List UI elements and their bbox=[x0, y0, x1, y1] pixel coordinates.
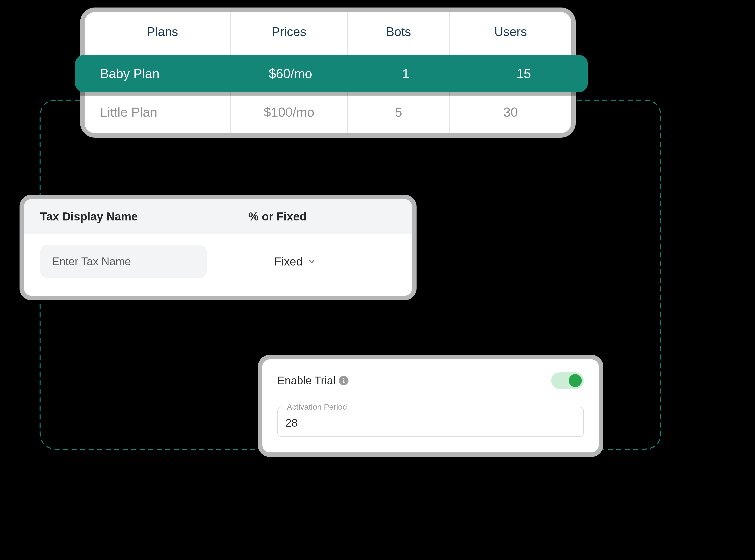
activation-period-field[interactable]: Activation Period bbox=[277, 407, 584, 437]
tax-type-select[interactable]: Fixed bbox=[274, 255, 315, 268]
tax-type-value: Fixed bbox=[274, 255, 303, 268]
plans-header-users: Users bbox=[450, 12, 571, 54]
trial-panel: Enable Trial i Activation Period bbox=[258, 355, 603, 457]
plans-row-little[interactable]: Little Plan $100/mo 5 30 bbox=[84, 91, 571, 133]
tax-name-input[interactable] bbox=[40, 245, 207, 278]
plans-row-baby-selected[interactable]: Baby Plan $60/mo 1 15 bbox=[75, 55, 588, 92]
plans-header-row: Plans Prices Bots Users bbox=[84, 12, 571, 54]
plan-bots: 1 bbox=[352, 66, 460, 81]
plan-name: Little Plan bbox=[84, 91, 231, 133]
plans-panel: Plans Prices Bots Users Little Plan $100… bbox=[80, 7, 576, 138]
plan-users: 15 bbox=[460, 66, 588, 81]
plan-price: $100/mo bbox=[231, 91, 347, 133]
chevron-down-icon bbox=[308, 258, 315, 265]
enable-trial-toggle[interactable] bbox=[551, 372, 584, 389]
tax-header-type: % or Fixed bbox=[248, 210, 412, 223]
tax-panel: Tax Display Name % or Fixed Fixed bbox=[20, 195, 417, 300]
activation-period-input[interactable] bbox=[285, 416, 577, 429]
plans-header-plans: Plans bbox=[84, 12, 231, 54]
plans-header-prices: Prices bbox=[231, 12, 347, 54]
info-icon[interactable]: i bbox=[339, 376, 348, 385]
enable-trial-label: Enable Trial bbox=[277, 374, 335, 387]
plans-header-bots: Bots bbox=[347, 12, 450, 54]
toggle-knob bbox=[569, 374, 582, 387]
plan-users: 30 bbox=[450, 91, 571, 133]
activation-period-legend: Activation Period bbox=[284, 402, 350, 412]
plan-price: $60/mo bbox=[229, 66, 352, 81]
plan-bots: 5 bbox=[347, 91, 450, 133]
plan-name: Baby Plan bbox=[75, 66, 229, 81]
tax-header-name: Tax Display Name bbox=[40, 210, 248, 223]
tax-header: Tax Display Name % or Fixed bbox=[24, 199, 412, 234]
